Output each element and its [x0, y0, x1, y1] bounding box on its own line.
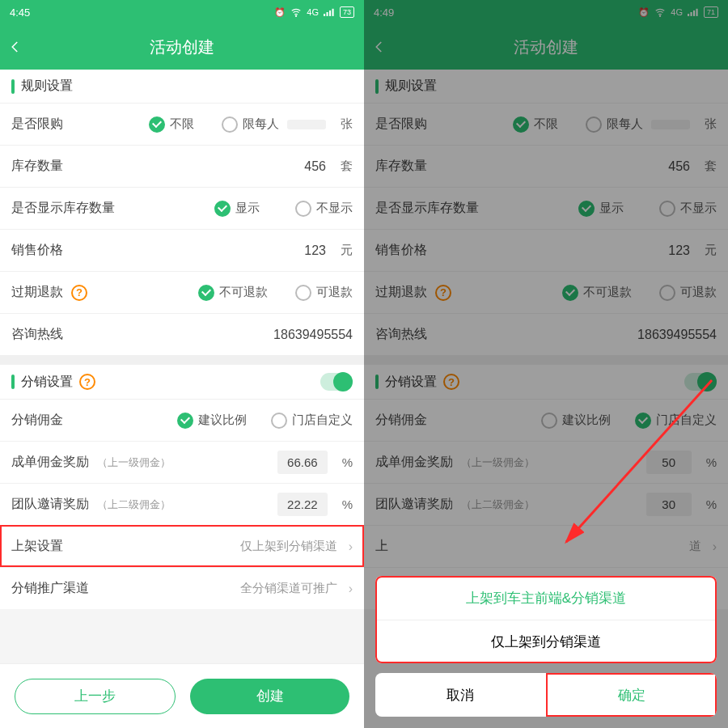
channel-label: 分销推广渠道: [11, 580, 89, 597]
footer-actions: 上一步 创建: [0, 663, 364, 728]
help-icon[interactable]: ?: [71, 285, 87, 301]
listing-value: 仅上架到分销渠道: [240, 539, 337, 554]
app-header: 活动创建: [0, 24, 364, 70]
commission-suggested[interactable]: 建议比例: [177, 413, 247, 429]
stock-unit: 套: [341, 159, 353, 174]
order-reward-sub: （上一级佣金）: [97, 455, 171, 470]
svg-rect-2: [326, 12, 328, 16]
prev-button[interactable]: 上一步: [15, 679, 176, 714]
svg-rect-4: [332, 9, 333, 16]
status-time: 4:45: [10, 6, 30, 19]
radio-off-icon: [222, 116, 238, 133]
phone-left: 4:45 ⏰ 4G 73 活动创建 规则设置 是否限购: [0, 0, 364, 728]
radio-off-icon: [295, 201, 311, 217]
row-commission: 分销佣金 建议比例 门店自定义: [0, 399, 364, 441]
limit-unit: 张: [341, 116, 353, 132]
radio-on-icon: [149, 116, 165, 133]
price-unit: 元: [341, 243, 353, 258]
order-reward-input[interactable]: 66.66: [277, 451, 328, 474]
row-team-reward: 团队邀请奖励 （上二级佣金） 22.22 %: [0, 483, 364, 525]
team-reward-sub: （上二级佣金）: [97, 497, 171, 512]
status-bar: 4:45 ⏰ 4G 73: [0, 0, 364, 24]
row-hotline: 咨询热线 18639495554: [0, 313, 364, 355]
refund-yes[interactable]: 可退款: [295, 285, 353, 301]
row-show-stock: 是否显示库存数量 显示 不显示: [0, 187, 364, 229]
channel-value: 全分销渠道可推广: [240, 581, 337, 596]
status-network: 4G: [307, 7, 319, 17]
phone-right: 4:49 ⏰ 4G 71 活动创建 规则设置 是否限购 不限: [364, 0, 728, 728]
chevron-right-icon: ›: [349, 582, 353, 596]
section-accent-icon: [11, 79, 15, 94]
show-stock-yes[interactable]: 显示: [214, 201, 260, 217]
show-stock-label: 是否显示库存数量: [11, 200, 115, 217]
order-reward-label: 成单佣金奖励: [11, 454, 89, 471]
sheet-option-dist-only[interactable]: 仅上架到分销渠道: [375, 620, 717, 663]
sheet-confirm-button[interactable]: 确定: [546, 673, 717, 717]
help-icon[interactable]: ?: [79, 374, 95, 390]
row-refund: 过期退款 ? 不可退款 可退款: [0, 271, 364, 313]
signal-icon: [324, 6, 335, 18]
commission-custom[interactable]: 门店自定义: [271, 413, 353, 429]
sheet-cancel-button[interactable]: 取消: [375, 673, 546, 717]
hotline-value[interactable]: 18639495554: [273, 328, 353, 342]
radio-on-icon: [214, 201, 231, 217]
show-stock-no[interactable]: 不显示: [295, 201, 353, 217]
section-rules-label: 规则设置: [21, 78, 73, 95]
section-accent-icon: [11, 375, 15, 389]
section-distribution: 分销设置 ?: [0, 365, 364, 399]
limit-opt-per-person[interactable]: 限每人: [222, 116, 279, 133]
limit-count-input[interactable]: [287, 120, 326, 129]
price-label: 销售价格: [11, 242, 63, 259]
hotline-label: 咨询热线: [11, 326, 63, 343]
row-order-reward: 成单佣金奖励 （上一级佣金） 66.66 %: [0, 441, 364, 483]
refund-label: 过期退款: [11, 284, 63, 301]
chevron-right-icon: ›: [349, 540, 353, 554]
team-reward-label: 团队邀请奖励: [11, 496, 89, 513]
svg-point-0: [296, 15, 297, 16]
row-stock: 库存数量 456 套: [0, 145, 364, 187]
sheet-option-both[interactable]: 上架到车主前端&分销渠道: [375, 576, 717, 620]
wifi-icon: [290, 6, 302, 18]
limit-opt-unlimited[interactable]: 不限: [149, 116, 194, 133]
commission-label: 分销佣金: [11, 412, 63, 429]
row-listing-settings[interactable]: 上架设置 仅上架到分销渠道 ›: [0, 525, 364, 567]
stock-label: 库存数量: [11, 158, 63, 175]
radio-off-icon: [295, 285, 311, 301]
page-title: 活动创建: [150, 36, 214, 58]
team-reward-unit: %: [342, 497, 353, 511]
stock-value[interactable]: 456: [304, 159, 326, 174]
status-battery: 73: [340, 6, 354, 18]
create-button[interactable]: 创建: [190, 679, 349, 714]
row-price: 销售价格 123 元: [0, 229, 364, 271]
limit-label: 是否限购: [11, 116, 63, 133]
refund-no[interactable]: 不可退款: [198, 285, 268, 301]
section-distribution-label: 分销设置: [21, 374, 73, 391]
radio-off-icon: [271, 413, 287, 429]
radio-on-icon: [177, 413, 193, 429]
listing-label: 上架设置: [11, 538, 63, 555]
order-reward-unit: %: [342, 455, 353, 469]
price-value[interactable]: 123: [304, 243, 326, 258]
svg-rect-1: [324, 14, 325, 16]
row-channel[interactable]: 分销推广渠道 全分销渠道可推广 ›: [0, 567, 364, 609]
section-rules: 规则设置: [0, 70, 364, 103]
svg-rect-3: [329, 11, 331, 16]
distribution-toggle[interactable]: [320, 373, 353, 391]
team-reward-input[interactable]: 22.22: [277, 493, 328, 516]
radio-on-icon: [198, 285, 214, 301]
row-limit: 是否限购 不限 限每人 张: [0, 103, 364, 145]
alarm-icon: ⏰: [274, 6, 286, 18]
content-scroll[interactable]: 规则设置 是否限购 不限 限每人 张 库存数量 456 套 是否显示库存数量: [0, 70, 364, 728]
action-sheet: 上架到车主前端&分销渠道 仅上架到分销渠道 取消 确定: [375, 576, 717, 717]
back-button[interactable]: [8, 24, 40, 70]
